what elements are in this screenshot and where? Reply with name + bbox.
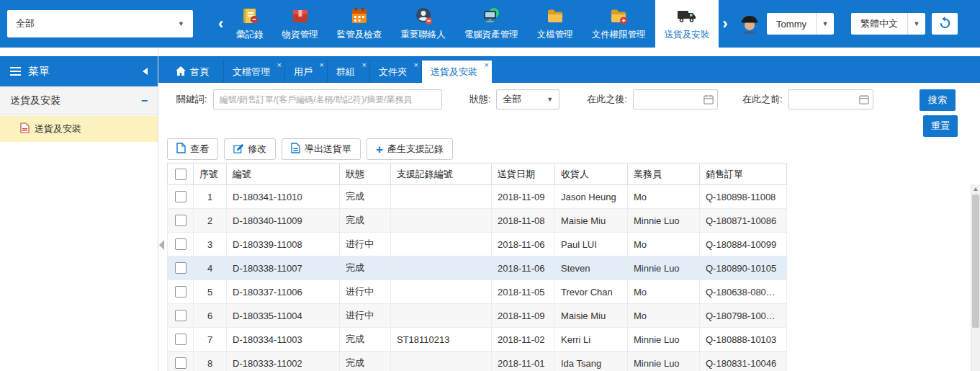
close-icon[interactable]: × xyxy=(320,61,324,69)
sidebar-resize-handle[interactable] xyxy=(159,240,164,250)
row-checkbox[interactable] xyxy=(175,286,186,298)
row-checkbox[interactable] xyxy=(175,215,186,226)
sidebar-collapse-icon[interactable] xyxy=(143,68,148,75)
sidebar-menu-header: 菜單 xyxy=(0,56,158,86)
table-row[interactable]: 1 D-180341-11010 完成 2018-11-09 Jason Heu… xyxy=(168,185,787,209)
table-row[interactable]: 2 D-180340-11009 完成 2018-11-08 Maisie Mi… xyxy=(168,209,787,233)
language-button[interactable]: 繁體中文 ▼ xyxy=(851,13,925,35)
cell-sales-order: Q-180884-10099 xyxy=(700,233,787,256)
cell-support-record xyxy=(391,280,492,304)
cell-salesperson: Minnie Luo xyxy=(628,328,700,352)
cell-salesperson: Mo xyxy=(628,304,700,328)
nav-scroll-left-icon[interactable]: ‹ xyxy=(215,16,227,32)
cell-delivery-date: 2018-11-06 xyxy=(492,256,555,280)
status-dropdown[interactable]: 全部 ▼ xyxy=(496,89,559,109)
cell-receiver: Maisie Miu xyxy=(555,304,628,328)
tab-home[interactable]: 首頁 xyxy=(167,61,224,83)
user-menu-button[interactable]: Tommy ▼ xyxy=(767,13,834,35)
nav-item-label: 重要聯絡人 xyxy=(400,29,446,41)
nav-item-inspection[interactable]: 監管及檢查 xyxy=(328,0,392,48)
tab-delivery[interactable]: 送貨及安裝 × xyxy=(422,61,492,83)
table-row[interactable]: 6 D-180335-11004 进行中 2018-11-09 Maisie M… xyxy=(168,304,787,328)
sidebar-item-label: 送貨及安裝 xyxy=(35,122,81,135)
export-pdf-icon xyxy=(291,143,300,156)
nav-scroll-right-icon[interactable]: › xyxy=(719,16,731,32)
cell-receiver: Kerri Li xyxy=(555,328,628,352)
chevron-down-icon[interactable]: ▼ xyxy=(907,13,925,35)
close-icon[interactable]: × xyxy=(362,61,367,69)
row-checkbox[interactable] xyxy=(175,357,186,369)
cell-delivery-date: 2018-11-08 xyxy=(492,209,555,233)
row-checkbox[interactable] xyxy=(175,310,186,321)
row-checkbox[interactable] xyxy=(175,262,186,274)
row-checkbox[interactable] xyxy=(175,334,186,345)
view-button[interactable]: 查看 xyxy=(167,138,218,160)
chevron-down-icon[interactable]: ▼ xyxy=(816,13,834,35)
table-row[interactable]: 8 D-180333-11002 完成 2018-11-01 Ida Tsang… xyxy=(168,352,787,371)
cell-code: D-180341-11010 xyxy=(227,185,340,209)
nav-item-documents[interactable]: 文檔管理 xyxy=(528,0,583,48)
chevron-down-icon: ▼ xyxy=(178,21,184,27)
col-seq: 序號 xyxy=(194,164,227,185)
create-support-record-button[interactable]: + 產生支援記錄 xyxy=(367,138,453,160)
close-icon[interactable]: × xyxy=(277,61,282,69)
calendar-icon[interactable] xyxy=(859,94,869,104)
nav-item-delivery[interactable]: 送貨及安裝 xyxy=(655,0,719,48)
tab-folders[interactable]: 文件夾 × xyxy=(370,61,422,83)
cell-code: D-180337-11006 xyxy=(227,280,340,304)
contacts-icon xyxy=(414,6,433,27)
cell-status: 进行中 xyxy=(340,304,391,328)
cell-code: D-180335-11004 xyxy=(227,304,340,328)
sidebar-item-delivery[interactable]: 送貨及安裝 xyxy=(0,116,158,142)
materials-icon xyxy=(291,6,310,27)
table-row[interactable]: 7 D-180334-11003 完成 ST18110213 2018-11-0… xyxy=(168,328,787,352)
cell-delivery-date: 2018-11-01 xyxy=(492,352,555,371)
after-date-label: 在此之後: xyxy=(587,93,627,106)
nav-item-contacts[interactable]: 重要聯絡人 xyxy=(391,0,455,48)
close-icon[interactable]: × xyxy=(414,61,418,69)
tab-documents[interactable]: 文檔管理 × xyxy=(224,61,285,83)
table-row[interactable]: 4 D-180338-11007 完成 2018-11-06 Steven Mi… xyxy=(168,256,787,280)
scrollbar-thumb[interactable] xyxy=(972,195,979,328)
col-order: 銷售訂單 xyxy=(700,164,787,185)
select-all-checkbox[interactable] xyxy=(175,169,186,180)
tab-users[interactable]: 用戶 × xyxy=(285,61,328,83)
nav-item-permissions[interactable]: 文件權限管理 xyxy=(583,0,655,48)
col-date: 送貨日期 xyxy=(492,164,555,185)
nav-item-computer-assets[interactable]: 電腦資產管理 xyxy=(455,0,528,48)
calendar-icon[interactable] xyxy=(703,94,714,104)
refresh-button[interactable] xyxy=(932,13,958,35)
sidebar: 菜單 送貨及安裝 − 送貨及安裝 xyxy=(0,48,158,371)
table-row[interactable]: 5 D-180337-11006 进行中 2018-11-05 Trevor C… xyxy=(168,280,787,304)
scope-dropdown[interactable]: 全部 ▼ xyxy=(7,10,193,37)
table-row[interactable]: 3 D-180339-11008 进行中 2018-11-06 Paul LUI… xyxy=(168,233,787,256)
edit-pencil-icon xyxy=(233,143,243,156)
cell-sales-order: Q-180638-080… xyxy=(700,280,787,304)
cell-receiver: Steven xyxy=(555,256,628,280)
cell-salesperson: Mo xyxy=(628,233,700,256)
cell-support-record xyxy=(391,304,492,328)
scroll-up-icon[interactable] xyxy=(974,187,978,191)
menu-icon[interactable] xyxy=(10,67,21,76)
collapse-section-icon[interactable]: − xyxy=(141,94,148,107)
edit-button[interactable]: 修改 xyxy=(224,138,276,160)
row-checkbox[interactable] xyxy=(175,191,186,202)
row-checkbox[interactable] xyxy=(175,238,186,250)
sidebar-section-delivery[interactable]: 送貨及安裝 − xyxy=(0,86,158,115)
nav-item-label: 監管及檢查 xyxy=(337,29,382,41)
cell-sales-order: Q-180890-10105 xyxy=(700,256,787,280)
cell-sales-order: Q-180831-10046 xyxy=(700,352,787,371)
vertical-scrollbar[interactable] xyxy=(971,184,980,371)
reset-button[interactable]: 重置 xyxy=(923,115,958,137)
tab-groups[interactable]: 群組 × xyxy=(328,61,370,83)
status-dropdown-value: 全部 xyxy=(503,93,521,106)
export-delivery-note-button[interactable]: 導出送貨單 xyxy=(282,138,361,160)
search-button[interactable]: 搜索 xyxy=(920,89,956,111)
nav-item-materials[interactable]: 物資管理 xyxy=(273,0,328,48)
close-icon[interactable]: × xyxy=(485,61,489,69)
col-code: 編號 xyxy=(227,164,340,185)
user-name: Tommy xyxy=(767,19,816,30)
keyword-input[interactable] xyxy=(213,89,442,109)
cell-code: D-180340-11009 xyxy=(227,209,340,233)
nav-item-records[interactable]: 彙記錄 xyxy=(227,0,273,48)
